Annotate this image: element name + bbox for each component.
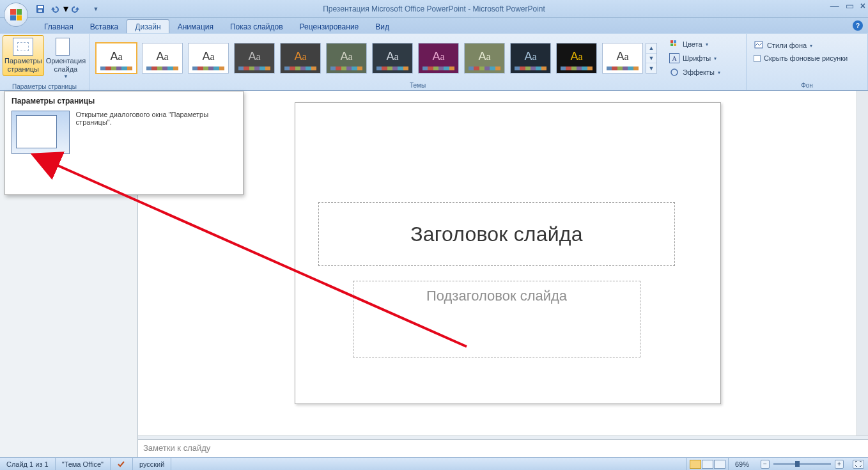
chevron-down-icon: ▾ xyxy=(714,56,717,61)
tooltip-page-setup: Параметры страницы Открытие диалогового … xyxy=(4,91,244,195)
theme-thumb-2[interactable]: Aa xyxy=(188,43,229,74)
title-bar: ▾ ▼ Презентация Microsoft Office PowerPo… xyxy=(0,0,868,18)
ribbon: Параметры страницы Ориентация слайда ▼ П… xyxy=(0,33,868,91)
slide[interactable]: Заголовок слайда Подзаголовок слайда xyxy=(295,102,721,404)
fonts-icon: A xyxy=(669,53,679,63)
theme-thumb-4[interactable]: Aa xyxy=(280,43,321,74)
svg-rect-3 xyxy=(670,40,673,43)
svg-rect-2 xyxy=(38,10,42,12)
qat-dropdown[interactable]: ▼ xyxy=(89,2,103,16)
hide-bg-graphics-checkbox[interactable]: Скрыть фоновые рисунки xyxy=(752,53,849,63)
notes-pane[interactable]: Заметки к слайду xyxy=(138,439,868,457)
page-setup-label: Параметры страницы xyxy=(4,57,42,74)
fit-to-window-button[interactable]: ⛶ xyxy=(853,460,864,469)
themes-more[interactable]: ▼ xyxy=(646,63,656,73)
tooltip-title: Параметры страницы xyxy=(5,91,243,108)
chevron-down-icon: ▾ xyxy=(810,43,812,49)
page-setup-button[interactable]: Параметры страницы xyxy=(3,35,44,76)
theme-thumb-5[interactable]: Aa xyxy=(326,43,367,74)
orientation-label: Ориентация слайда xyxy=(46,57,86,74)
theme-thumb-9[interactable]: Aa xyxy=(510,43,551,74)
window-title: Презентация Microsoft Office PowerPoint … xyxy=(0,4,868,13)
zoom-slider[interactable] xyxy=(773,463,831,465)
theme-thumb-7[interactable]: Aa xyxy=(418,43,459,74)
svg-rect-5 xyxy=(670,43,673,46)
themes-scroll: ▲ ▼ ▼ xyxy=(646,43,657,74)
background-styles-button[interactable]: Стили фона ▾ xyxy=(752,39,849,52)
tooltip-text: Открытие диалогового окна "Параметры стр… xyxy=(76,111,236,154)
view-sorter-button[interactable] xyxy=(702,460,713,469)
chevron-down-icon: ▾ xyxy=(706,42,708,47)
background-styles-label: Стили фона xyxy=(767,42,807,49)
qat-save[interactable] xyxy=(33,2,47,16)
chevron-down-icon[interactable]: ▾ xyxy=(63,2,69,16)
vertical-scrollbar[interactable] xyxy=(856,91,868,435)
tab-review[interactable]: Рецензирование xyxy=(291,19,368,33)
hide-bg-graphics-label: Скрыть фоновые рисунки xyxy=(764,54,848,62)
title-placeholder[interactable]: Заголовок слайда xyxy=(318,202,675,266)
theme-colors-button[interactable]: Цвета ▾ xyxy=(667,38,722,51)
slide-canvas[interactable]: Заголовок слайда Подзаголовок слайда xyxy=(138,91,856,435)
zoom-out-button[interactable]: − xyxy=(761,460,770,469)
close-button[interactable]: × xyxy=(860,1,865,10)
zoom-in-button[interactable]: + xyxy=(835,460,844,469)
app-title: Microsoft PowerPoint xyxy=(472,4,545,13)
theme-thumb-3[interactable]: Aa xyxy=(234,43,275,74)
maximize-button[interactable]: ▭ xyxy=(846,1,854,10)
themes-gallery[interactable]: Aa Aa Aa Aa Aa Aa Aa Aa Aa Aa Aa Aa xyxy=(96,43,648,74)
theme-thumb-8[interactable]: Aa xyxy=(464,43,505,74)
effects-icon xyxy=(669,67,679,77)
view-buttons xyxy=(686,458,729,470)
theme-thumb-0[interactable]: Aa xyxy=(96,43,137,74)
tab-insert[interactable]: Вставка xyxy=(82,19,127,33)
theme-effects-label: Эффекты xyxy=(683,68,715,76)
checkbox-icon xyxy=(754,55,761,62)
status-spellcheck[interactable] xyxy=(111,458,133,470)
tab-home[interactable]: Главная xyxy=(36,19,82,33)
tab-animation[interactable]: Анимация xyxy=(169,19,222,33)
qat-undo[interactable] xyxy=(48,2,62,16)
theme-colors-label: Цвета xyxy=(683,40,702,48)
quick-access-toolbar: ▾ ▼ xyxy=(33,0,103,17)
tab-slideshow[interactable]: Показ слайдов xyxy=(222,19,291,33)
themes-scroll-up[interactable]: ▲ xyxy=(646,43,656,54)
ribbon-tabs: Главная Вставка Дизайн Анимация Показ сл… xyxy=(0,18,868,33)
subtitle-placeholder[interactable]: Подзаголовок слайда xyxy=(353,281,640,357)
minimize-button[interactable]: — xyxy=(830,1,839,10)
theme-thumb-1[interactable]: Aa xyxy=(142,43,183,74)
tooltip-preview-icon xyxy=(12,111,70,154)
theme-thumb-11[interactable]: Aa xyxy=(602,43,643,74)
tab-design[interactable]: Дизайн xyxy=(127,19,169,33)
subtitle-placeholder-text: Подзаголовок слайда xyxy=(353,288,640,304)
svg-rect-6 xyxy=(674,43,676,46)
themes-scroll-down[interactable]: ▼ xyxy=(646,54,656,64)
theme-fonts-label: Шрифты xyxy=(683,54,711,62)
group-background-label: Фон xyxy=(749,81,865,90)
tab-view[interactable]: Вид xyxy=(367,19,398,33)
group-themes-label: Темы xyxy=(92,81,743,90)
svg-rect-1 xyxy=(38,6,43,8)
theme-fonts-button[interactable]: A Шрифты ▾ xyxy=(667,52,722,65)
zoom-percent[interactable]: 69% xyxy=(729,458,756,470)
status-language[interactable]: русский xyxy=(133,458,171,470)
orientation-button[interactable]: Ориентация слайда ▼ xyxy=(44,35,88,82)
office-button[interactable] xyxy=(4,3,28,27)
qat-redo[interactable] xyxy=(70,2,84,16)
title-placeholder-text: Заголовок слайда xyxy=(410,223,582,246)
view-slideshow-button[interactable] xyxy=(714,460,725,469)
orientation-icon xyxy=(56,38,76,56)
help-button[interactable]: ? xyxy=(853,20,863,31)
chevron-down-icon: ▼ xyxy=(63,74,68,80)
status-theme: "Тема Office" xyxy=(56,458,111,470)
document-title: Презентация Microsoft Office PowerPoint xyxy=(323,4,466,13)
theme-thumb-10[interactable]: Aa xyxy=(556,43,597,74)
status-slide-number: Слайд 1 из 1 xyxy=(0,458,56,470)
view-normal-button[interactable] xyxy=(690,460,701,469)
colors-icon xyxy=(669,39,679,49)
background-styles-icon xyxy=(754,40,764,51)
chevron-down-icon: ▾ xyxy=(718,70,720,75)
svg-point-7 xyxy=(671,69,678,75)
page-setup-icon xyxy=(13,38,33,56)
theme-thumb-6[interactable]: Aa xyxy=(372,43,413,74)
theme-effects-button[interactable]: Эффекты ▾ xyxy=(667,66,722,79)
